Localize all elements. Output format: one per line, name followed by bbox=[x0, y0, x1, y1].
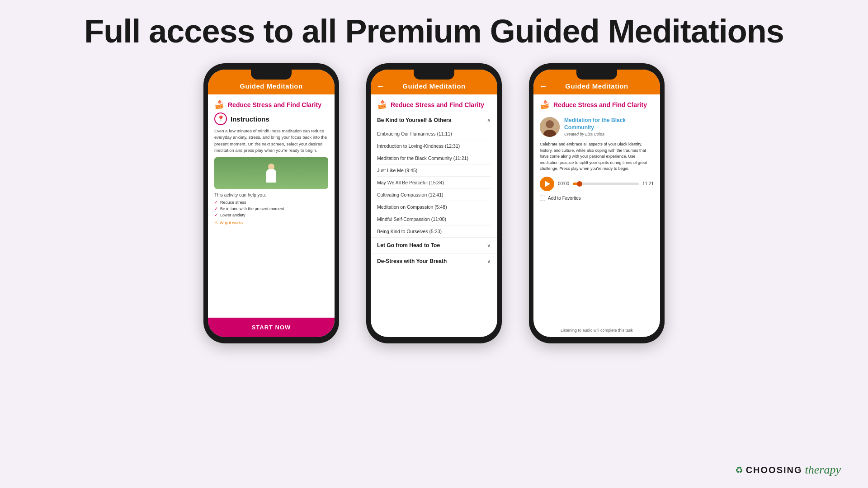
phone-2-header-title: Guided Meditation bbox=[402, 82, 465, 90]
accordion-body-1: Embracing Our Humanness (11:11) Introduc… bbox=[371, 128, 497, 237]
time-end: 11:21 bbox=[642, 181, 654, 186]
svg-point-1 bbox=[546, 120, 554, 128]
instructions-text: Even a few minutes of mindfulness medita… bbox=[214, 128, 328, 154]
list-item[interactable]: Being Kind to Ourselves (5:23) bbox=[377, 225, 491, 237]
phone-1-header-title: Guided Meditation bbox=[240, 82, 302, 90]
benefit-2-text: Be in tune with the present moment bbox=[220, 206, 284, 211]
detail-created: Created by Liza Colpa bbox=[564, 132, 654, 136]
chevron-down-icon-2: ∨ bbox=[487, 242, 491, 249]
list-item[interactable]: Meditation for the Black Community (11:2… bbox=[377, 152, 491, 164]
figure-body bbox=[266, 169, 276, 183]
meditation-detail-title: Meditation for the Black Community bbox=[564, 117, 654, 131]
phones-container: Guided Meditation 🍰 Reduce Stress and Fi… bbox=[203, 63, 665, 343]
favorites-label: Add to Favorites bbox=[548, 196, 581, 201]
phone-2-cat-header: 🍰 Reduce Stress and Find Clarity bbox=[371, 94, 497, 113]
meditation-detail-header: Meditation for the Black Community Creat… bbox=[540, 117, 654, 137]
accordion-section-1: Be Kind to Yourself & Others ∧ Embracing… bbox=[371, 113, 497, 238]
phone-2-cat-icon: 🍰 bbox=[377, 100, 387, 110]
benefit-1-text: Reduce stress bbox=[220, 200, 246, 205]
back-arrow-icon-3[interactable]: ← bbox=[539, 81, 548, 91]
accordion-title-1: Be Kind to Yourself & Others bbox=[377, 117, 451, 123]
brand-text: CHOOSING bbox=[746, 465, 802, 475]
check-icon-1: ✓ bbox=[214, 200, 218, 205]
start-button[interactable]: START NOW bbox=[208, 318, 335, 337]
meditation-detail-info: Meditation for the Black Community Creat… bbox=[564, 117, 654, 137]
benefit-3: ✓ Lower anxiety bbox=[214, 212, 328, 217]
activity-title: This activity can help you: bbox=[214, 192, 328, 197]
accordion-section-3: De-Stress with Your Breath ∨ bbox=[371, 253, 497, 269]
author-name: Liza Colpa bbox=[585, 132, 605, 136]
phone-3-cat-header: 🍰 Reduce Stress and Find Clarity bbox=[533, 94, 660, 113]
favorites-row: Add to Favorites bbox=[540, 196, 654, 201]
play-button[interactable] bbox=[540, 177, 554, 191]
instructions-label: Instructions bbox=[231, 115, 269, 123]
progress-bar[interactable] bbox=[573, 183, 639, 185]
phone-1-cat-icon: 🍰 bbox=[214, 100, 224, 110]
chevron-up-icon: ∧ bbox=[487, 117, 491, 123]
page-title: Full access to all Premium Guided Medita… bbox=[84, 13, 783, 50]
progress-dot bbox=[577, 181, 582, 187]
list-item[interactable]: Meditation on Compassion (5:48) bbox=[377, 201, 491, 213]
check-icon-3: ✓ bbox=[214, 212, 218, 217]
phone-2-notch bbox=[414, 70, 454, 80]
phone-1-cat-header: 🍰 Reduce Stress and Find Clarity bbox=[208, 94, 335, 113]
time-start: 00:00 bbox=[558, 181, 569, 186]
list-item[interactable]: Introduction to Loving-Kindness (12:31) bbox=[377, 140, 491, 152]
avatar bbox=[540, 117, 560, 137]
chevron-down-icon-3: ∨ bbox=[487, 258, 491, 264]
accordion-header-3[interactable]: De-Stress with Your Breath ∨ bbox=[371, 253, 497, 269]
brand-icon: ♻ bbox=[735, 465, 743, 475]
instructions-row: 📍 Instructions bbox=[214, 113, 328, 125]
favorites-checkbox[interactable] bbox=[540, 196, 545, 201]
list-item[interactable]: Embracing Our Humanness (11:11) bbox=[377, 128, 491, 140]
why-label: Why it works bbox=[220, 221, 243, 225]
list-item[interactable]: Cultivating Compassion (12:41) bbox=[377, 189, 491, 201]
phone-2: ← Guided Meditation 🍰 Reduce Stress and … bbox=[366, 63, 502, 343]
why-it-works[interactable]: ⚠ Why it works bbox=[214, 221, 328, 225]
benefit-3-text: Lower anxiety bbox=[220, 213, 245, 217]
phone-1-screen: Guided Meditation 🍰 Reduce Stress and Fi… bbox=[208, 70, 335, 337]
meditation-image bbox=[214, 157, 328, 189]
phone-2-content: Be Kind to Yourself & Others ∧ Embracing… bbox=[371, 113, 497, 337]
phone-1-notch bbox=[251, 70, 292, 80]
meditation-description: Celebrate and embrace all aspects of you… bbox=[540, 141, 654, 172]
brand-script: therapy bbox=[805, 463, 841, 477]
phone-3-notch bbox=[576, 70, 617, 80]
created-by-text: Created by bbox=[564, 132, 584, 136]
play-triangle-icon bbox=[545, 181, 550, 187]
benefit-1: ✓ Reduce stress bbox=[214, 200, 328, 205]
meditation-figure bbox=[263, 164, 279, 189]
check-icon-2: ✓ bbox=[214, 206, 218, 211]
phone-1: Guided Meditation 🍰 Reduce Stress and Fi… bbox=[203, 63, 339, 343]
list-item[interactable]: Just Like Me (9:45) bbox=[377, 164, 491, 177]
list-item[interactable]: May We All Be Peaceful (15:34) bbox=[377, 177, 491, 189]
list-item[interactable]: Mindful Self-Compassion (11:00) bbox=[377, 213, 491, 225]
accordion-section-2: Let Go from Head to Toe ∨ bbox=[371, 238, 497, 253]
phone-3-screen: ← Guided Meditation 🍰 Reduce Stress and … bbox=[533, 70, 660, 337]
phone-3-content: Meditation for the Black Community Creat… bbox=[533, 113, 660, 337]
phone-2-screen: ← Guided Meditation 🍰 Reduce Stress and … bbox=[371, 70, 497, 337]
phone-1-content: 📍 Instructions Even a few minutes of min… bbox=[208, 113, 335, 318]
instructions-icon: 📍 bbox=[214, 113, 227, 125]
listening-note: Listening to audio will complete this ta… bbox=[540, 324, 654, 333]
accordion-title-3: De-Stress with Your Breath bbox=[377, 258, 447, 264]
phone-1-cat-title: Reduce Stress and Find Clarity bbox=[228, 101, 321, 108]
accordion-header-1[interactable]: Be Kind to Yourself & Others ∧ bbox=[371, 113, 497, 128]
audio-player: 00:00 11:21 bbox=[540, 177, 654, 191]
phone-3-cat-icon: 🍰 bbox=[540, 100, 550, 110]
warning-icon: ⚠ bbox=[214, 221, 218, 225]
phone-3: ← Guided Meditation 🍰 Reduce Stress and … bbox=[529, 63, 665, 343]
accordion-header-2[interactable]: Let Go from Head to Toe ∨ bbox=[371, 238, 497, 253]
phone-3-header-title: Guided Meditation bbox=[565, 82, 628, 90]
phone-2-cat-title: Reduce Stress and Find Clarity bbox=[391, 101, 484, 108]
avatar-image bbox=[540, 117, 560, 137]
back-arrow-icon[interactable]: ← bbox=[376, 81, 385, 91]
accordion-title-2: Let Go from Head to Toe bbox=[377, 242, 440, 249]
phone-3-cat-title: Reduce Stress and Find Clarity bbox=[553, 101, 647, 108]
benefit-2: ✓ Be in tune with the present moment bbox=[214, 206, 328, 211]
bottom-branding: ♻ CHOOSING therapy bbox=[735, 463, 841, 477]
